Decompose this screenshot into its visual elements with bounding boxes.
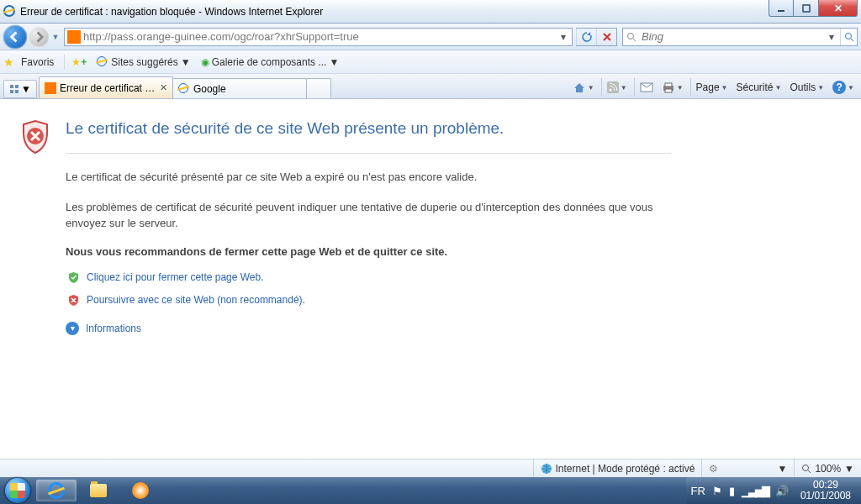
svg-rect-12	[665, 83, 672, 87]
refresh-button[interactable]	[576, 29, 596, 45]
help-icon: ?	[832, 81, 846, 94]
cert-error-detail-1: Le certificat de sécurité présenté par c…	[66, 169, 671, 186]
print-button[interactable]: ▼	[658, 78, 687, 97]
cert-error-detail-2: Les problèmes de certificat de sécurité …	[66, 199, 671, 232]
tab-favicon	[178, 83, 190, 95]
broken-page-icon: ⚙	[709, 463, 718, 475]
cert-error-heading: Le certificat de sécurité de ce site Web…	[66, 119, 671, 138]
window-maximize-button[interactable]	[794, 0, 819, 17]
search-input[interactable]	[640, 29, 823, 45]
taskbar-media-player-button[interactable]	[120, 480, 161, 501]
page-menu[interactable]: Page▼	[690, 78, 732, 97]
nav-history-dropdown[interactable]: ▼	[50, 33, 61, 41]
taskbar-ie-button[interactable]	[36, 480, 77, 501]
volume-icon[interactable]: 🔊	[775, 485, 789, 497]
print-icon	[662, 81, 675, 93]
continue-anyway-link[interactable]: Poursuivre avec ce site Web (non recomma…	[66, 294, 671, 307]
tray-language[interactable]: FR	[691, 485, 705, 497]
status-bar: Internet | Mode protégé : activé ⚙▼ 100%…	[0, 459, 861, 477]
globe-icon	[541, 463, 552, 475]
search-bar[interactable]: ▾	[622, 28, 858, 46]
forward-button[interactable]	[29, 27, 49, 47]
taskbar-explorer-button[interactable]	[78, 480, 119, 501]
svg-rect-6	[10, 90, 13, 93]
tab-label: Google	[193, 83, 301, 95]
svg-point-16	[803, 465, 809, 470]
taskbar: FR ⚑ ▮ ▁▃▅▇ 🔊 00:29 01/01/2008	[0, 477, 861, 504]
start-button[interactable]	[0, 477, 35, 504]
svg-rect-0	[778, 10, 784, 12]
window-titlebar: Erreur de certificat : navigation bloqué…	[0, 0, 861, 24]
close-page-link[interactable]: Cliquez ici pour fermer cette page Web.	[66, 271, 671, 284]
svg-rect-4	[10, 85, 13, 88]
svg-rect-5	[15, 85, 18, 88]
shield-error-icon	[20, 119, 50, 155]
zoom-icon	[801, 464, 811, 474]
svg-rect-7	[15, 90, 18, 93]
divider	[66, 153, 671, 154]
page-content: Le certificat de sécurité de ce site Web…	[0, 99, 861, 459]
help-button[interactable]: ?▼	[829, 78, 858, 97]
windows-logo-icon	[5, 478, 30, 503]
search-dropdown[interactable]: ▾	[823, 29, 840, 45]
rss-icon	[607, 81, 619, 93]
tab-label: Erreur de certificat : nav...	[60, 82, 156, 94]
mail-icon	[640, 82, 653, 92]
tab-close-button[interactable]: ✕	[160, 82, 167, 93]
svg-point-9	[609, 89, 611, 92]
address-bar[interactable]: ▾	[64, 28, 573, 46]
wifi-icon[interactable]: ▁▃▅▇	[742, 485, 769, 497]
shield-warn-icon	[67, 294, 80, 307]
tab-bar: ▼ Erreur de certificat : nav... ✕ Google…	[0, 74, 861, 99]
window-minimize-button[interactable]	[769, 0, 794, 17]
cert-recommendation: Nous vous recommandons de fermer cette p…	[66, 245, 671, 258]
quick-tabs-button[interactable]: ▼	[3, 80, 37, 98]
address-input[interactable]	[83, 29, 555, 45]
add-favorite-button[interactable]: ★+	[64, 55, 90, 70]
home-button[interactable]: ▼	[569, 78, 598, 97]
network-icon[interactable]: ▮	[729, 485, 735, 497]
navigation-bar: ▼ ▾ ▾	[0, 24, 861, 50]
web-slice-gallery-link[interactable]: ◉Galerie de composants ... ▼	[198, 55, 343, 70]
search-provider-icon[interactable]	[623, 29, 640, 45]
more-info-toggle[interactable]: ▾ Informations	[66, 322, 671, 335]
window-close-button[interactable]: ✕	[819, 0, 858, 17]
svg-point-2	[628, 33, 634, 39]
tab-google[interactable]: Google	[172, 78, 307, 98]
svg-rect-13	[665, 89, 672, 92]
stop-button[interactable]	[596, 29, 616, 45]
ie-icon	[97, 56, 108, 68]
home-icon	[573, 81, 586, 93]
tools-menu[interactable]: Outils▼	[786, 78, 827, 97]
chevron-down-icon: ▾	[66, 322, 79, 335]
tab-favicon	[45, 82, 56, 94]
system-tray: FR ⚑ ▮ ▁▃▅▇ 🔊 00:29 01/01/2008	[686, 477, 861, 504]
folder-icon	[90, 484, 107, 497]
address-dropdown[interactable]: ▾	[555, 29, 572, 45]
slice-icon: ◉	[201, 56, 209, 68]
window-title: Erreur de certificat : navigation bloqué…	[20, 6, 861, 18]
ie-icon	[3, 5, 17, 18]
media-player-icon	[132, 482, 149, 499]
star-add-icon: ★	[71, 56, 81, 68]
tab-cert-error[interactable]: Erreur de certificat : nav... ✕	[39, 76, 173, 98]
favorites-star-icon[interactable]: ★	[3, 55, 14, 69]
read-mail-button[interactable]	[634, 78, 657, 97]
status-protected-mode-extra[interactable]: ⚙▼	[701, 459, 794, 477]
new-tab-button[interactable]	[306, 78, 331, 98]
security-menu[interactable]: Sécurité▼	[733, 78, 785, 97]
search-go-button[interactable]	[840, 29, 857, 45]
back-button[interactable]	[3, 25, 27, 49]
site-icon	[67, 30, 81, 44]
feeds-button[interactable]: ▼	[601, 78, 631, 97]
flag-icon[interactable]: ⚑	[712, 485, 722, 497]
zoom-control[interactable]: 100%▼	[794, 459, 861, 477]
shield-ok-icon	[67, 271, 80, 284]
tray-clock[interactable]: 00:29 01/01/2008	[795, 480, 856, 501]
favorites-bar: ★ Favoris ★+ Sites suggérés ▼ ◉Galerie d…	[0, 50, 861, 74]
security-zone[interactable]: Internet | Mode protégé : activé	[533, 459, 702, 477]
ie-icon	[48, 482, 65, 499]
favorites-button[interactable]: Favoris	[18, 55, 57, 70]
suggested-sites-link[interactable]: Sites suggérés ▼	[93, 55, 193, 70]
command-bar: ▼ ▼ ▼ Page▼ Sécurité▼ Outils▼ ?▼	[569, 76, 858, 98]
